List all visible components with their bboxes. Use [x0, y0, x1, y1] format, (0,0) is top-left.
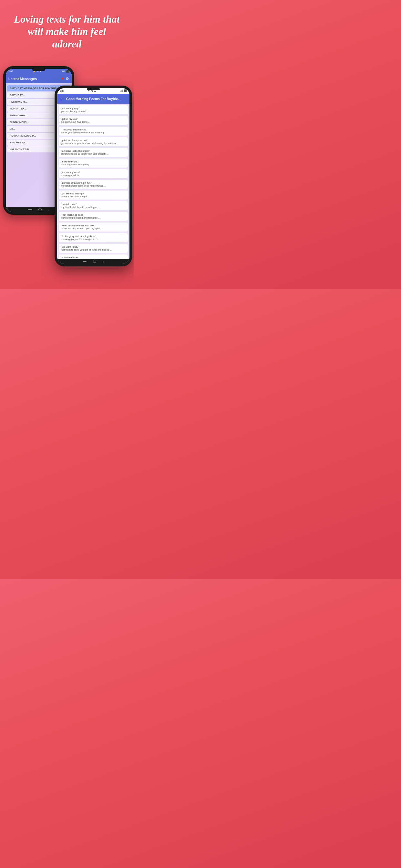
- poem-item-11[interactable]: 'I am feeling so good ' I am feeling so …: [58, 212, 128, 221]
- front-phone-notch: [87, 88, 100, 90]
- back-phone-header-icons: ♥ ⚙: [61, 76, 69, 82]
- heart-icon[interactable]: ♥: [61, 76, 64, 82]
- poem-1-line1: 'you are my way ': [61, 107, 126, 110]
- poem-13-line2: morning glory and morning cheer ...: [61, 238, 126, 241]
- poem-14-line1: 'just want to say ': [61, 245, 126, 248]
- poem-4-line2: get down from your bed and walk along th…: [61, 142, 126, 145]
- front-phone-screen: 2:10 ▼ M ▲ Vol ⬛ ← Good Morning Poems Fo…: [57, 88, 129, 264]
- back-phone-time: 2:09: [8, 70, 13, 73]
- poem-4-line1: 'get down from your bed': [61, 139, 126, 142]
- poem-10-line2: my boy! I wish I could be with you ...: [61, 206, 126, 209]
- poem-item-12[interactable]: 'when I open my eyes and see ' in the mo…: [58, 222, 128, 232]
- poem-9-line1: 'just like that first light ': [61, 192, 126, 195]
- nav-back-icon[interactable]: ‹: [48, 208, 49, 212]
- poem-5-line1: 'sunshine looks like bright ': [61, 150, 126, 152]
- poem-10-line1: 'I wish I could ': [61, 203, 126, 206]
- front-nav-back-icon[interactable]: ‹: [103, 259, 104, 263]
- poem-item-10[interactable]: 'I wish I could ' my boy! I wish I could…: [58, 201, 128, 211]
- front-phone-signal: Vol ⬛: [120, 89, 127, 92]
- back-arrow-icon[interactable]: ←: [60, 96, 64, 101]
- poem-8-line2: morning smiles bring in so many things .…: [61, 184, 126, 187]
- poem-item-7[interactable]: 'you are my need' morning my dear ...: [58, 169, 128, 179]
- poems-list: 'you are my way ' you are like my comfor…: [57, 104, 129, 259]
- poem-12-line1: 'when I open my eyes and see ': [61, 224, 126, 227]
- front-nav-home-icon[interactable]: [93, 259, 96, 263]
- poem-item-4[interactable]: 'get down from your bed' get down from y…: [58, 137, 128, 147]
- poem-6-line2: it's a bright and sunny day ...: [61, 163, 126, 166]
- nav-menu-icon: [28, 209, 32, 210]
- poem-item-14[interactable]: 'just want to say ' just want to send yo…: [58, 244, 128, 253]
- poem-item-15[interactable]: 'of all the wishes' have you got up from…: [58, 254, 128, 259]
- poem-13-line1: 'it's the glory and morning cheer ': [61, 235, 126, 238]
- poem-item-9[interactable]: 'just like that first light ' just like …: [58, 190, 128, 200]
- back-phone-signal: Vol ⬛: [62, 70, 69, 73]
- front-phone-time: 2:10: [60, 89, 64, 92]
- poem-item-13[interactable]: 'it's the glory and morning cheer ' morn…: [58, 233, 128, 243]
- poem-12-line2: in the morning when I open my eyes ...: [61, 227, 126, 230]
- poem-item-1[interactable]: 'you are my way ' you are like my comfor…: [58, 105, 128, 115]
- poem-6-line1: 'a day so bright ': [61, 160, 126, 163]
- phones-container: 2:09 ⚡ M ▲ Vol ⬛ Latest Messages ♥ ⚙ BIR…: [0, 60, 134, 286]
- front-nav-menu-icon: [83, 261, 87, 262]
- poem-11-line2: I am feeling so good and romantic ...: [61, 216, 126, 219]
- front-phone-title: Good Morning Poems For Boyfrie...: [66, 97, 127, 101]
- back-phone-header: Latest Messages ♥ ⚙: [6, 74, 72, 83]
- poem-1-line2: you are like my comfort ...: [61, 110, 126, 113]
- back-phone-notch: [32, 69, 45, 71]
- front-phone-nav: ‹: [57, 259, 129, 264]
- poem-item-3[interactable]: 'I miss you this morning ' I miss your h…: [58, 126, 128, 136]
- poem-5-line2: sunshine looks so bright with your thoug…: [61, 152, 126, 155]
- poem-item-8[interactable]: 'morning smiles bring in fun ' morning s…: [58, 180, 128, 189]
- poem-item-2[interactable]: 'get up my love' get up the sun has come…: [58, 116, 128, 125]
- poem-7-line1: 'you are my need': [61, 171, 126, 174]
- back-phone-title: Latest Messages: [8, 77, 37, 81]
- front-phone-header: ← Good Morning Poems For Boyfrie...: [57, 94, 129, 104]
- poem-3-line1: 'I miss you this morning ': [61, 128, 126, 131]
- phone-front: 2:10 ▼ M ▲ Vol ⬛ ← Good Morning Poems Fo…: [55, 86, 132, 267]
- headline: Loving texts for him that will make him …: [4, 0, 129, 57]
- poem-8-line1: 'morning smiles bring in fun ': [61, 182, 126, 184]
- poem-9-line2: just like the first sunlight ...: [61, 195, 126, 198]
- poem-item-6[interactable]: 'a day so bright ' it's a bright and sun…: [58, 158, 128, 168]
- poem-14-line2: just want to send you lots of hugs and k…: [61, 248, 126, 251]
- poem-2-line1: 'get up my love': [61, 118, 126, 120]
- poem-11-line1: 'I am feeling so good ': [61, 213, 126, 216]
- poem-7-line2: morning my dear ...: [61, 174, 126, 177]
- nav-home-icon[interactable]: [38, 208, 42, 211]
- gear-icon[interactable]: ⚙: [66, 76, 69, 82]
- poem-item-5[interactable]: 'sunshine looks like bright ' sunshine l…: [58, 148, 128, 157]
- poem-15-line1: 'of all the wishes': [61, 256, 126, 259]
- poem-2-line2: get up the sun has come ...: [61, 120, 126, 123]
- poems-scroll: 'you are my way ' you are like my comfor…: [57, 104, 129, 259]
- poem-3-line2: I miss your handsome face this morning .…: [61, 131, 126, 134]
